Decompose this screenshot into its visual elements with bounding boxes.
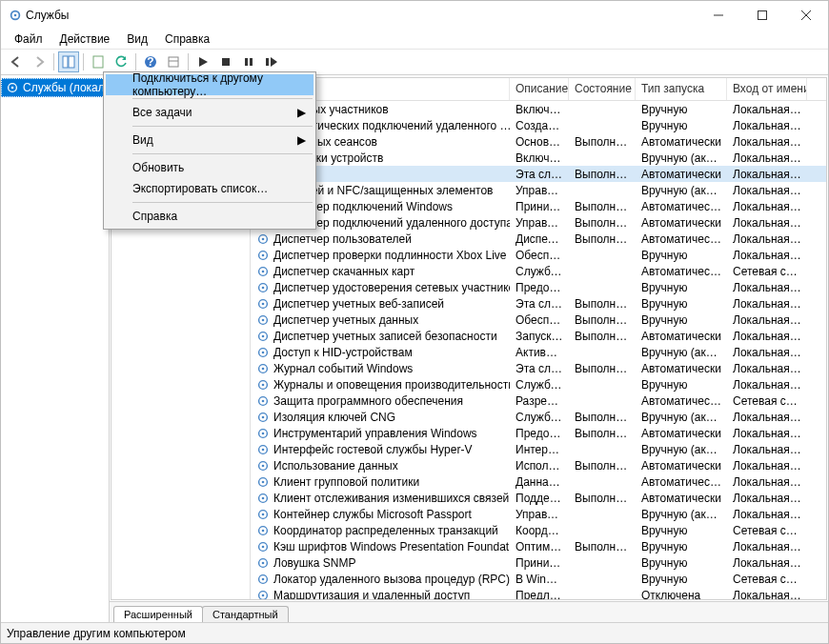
- minimize-button[interactable]: [697, 1, 740, 30]
- cm-help[interactable]: Справка: [106, 206, 313, 227]
- cell-logon: Локальная сис…: [727, 411, 807, 424]
- cell-description: Принимае…: [510, 200, 569, 213]
- service-row[interactable]: настройки устройствВключени…Вручную (акт…: [251, 150, 826, 166]
- service-row[interactable]: Интерфейс гостевой службы Hyper-VИнтерфе…: [251, 441, 826, 457]
- service-name-text: Журналы и оповещения производительности: [273, 378, 510, 392]
- service-row[interactable]: Маршрутизация и удаленный доступПредлага…: [251, 587, 826, 599]
- properties-button[interactable]: [88, 51, 109, 72]
- svg-point-56: [262, 399, 265, 402]
- cm-view[interactable]: Вид ▶: [106, 130, 313, 151]
- service-row[interactable]: Диспетчер учетных записей безопасностиЗа…: [251, 328, 826, 344]
- service-row[interactable]: Использование данныхИспользо…Выполняется…: [251, 457, 826, 473]
- cell-startup: Автоматически (от…: [636, 265, 727, 278]
- help-button[interactable]: ?: [140, 51, 161, 72]
- service-name-text: Диспетчер учетных данных: [273, 313, 418, 327]
- cm-separator: [132, 98, 313, 99]
- service-row[interactable]: Диспетчер проверки подлинности Xbox Live…: [251, 247, 826, 263]
- cell-state: Выполняется: [569, 459, 636, 473]
- svg-rect-11: [169, 57, 178, 67]
- service-row[interactable]: Контейнер службы Microsoft PassportУправ…: [251, 506, 826, 522]
- export-button[interactable]: [163, 51, 184, 72]
- cell-startup: Автоматически: [636, 492, 727, 505]
- service-row[interactable]: локальных сеансовОсновная …ВыполняетсяАв…: [251, 133, 826, 150]
- service-row[interactable]: Диспетчер учетных данныхОбеспечи…Выполня…: [251, 312, 826, 328]
- menubar: Файл Действие Вид Справка: [1, 30, 828, 49]
- service-row[interactable]: Журнал событий WindowsЭта служб…Выполняе…: [251, 360, 826, 376]
- stop-service-button[interactable]: [215, 51, 236, 72]
- cell-state: Выполняется: [569, 540, 636, 553]
- cell-name: Интерфейс гостевой службы Hyper-V: [251, 443, 510, 456]
- back-button[interactable]: [6, 51, 27, 72]
- service-row[interactable]: печатиЭта служб…ВыполняетсяАвтоматически…: [251, 166, 826, 182]
- menu-action[interactable]: Действие: [52, 30, 118, 48]
- service-row[interactable]: Диспетчер подключений удаленного доступа…: [251, 214, 826, 231]
- service-row[interactable]: Клиент групповой политикиДанная сл…Автом…: [251, 473, 826, 490]
- tab-extended[interactable]: Расширенный: [113, 606, 203, 622]
- service-row[interactable]: Диспетчер учетных веб-записейЭта служб…В…: [251, 295, 826, 312]
- svg-point-44: [262, 302, 265, 305]
- chevron-right-icon: ▶: [297, 106, 306, 119]
- close-button[interactable]: [784, 1, 828, 30]
- tree-root-services[interactable]: Службы (локаль: [1, 78, 109, 97]
- cm-all-tasks[interactable]: Все задачи ▶: [106, 102, 313, 123]
- service-row[interactable]: Клиент отслеживания изменившихся связейП…: [251, 490, 826, 506]
- menu-view[interactable]: Вид: [119, 30, 155, 48]
- cell-logon: Локальная сис…: [727, 297, 807, 311]
- start-service-button[interactable]: [192, 51, 213, 72]
- col-description[interactable]: Описание: [510, 78, 569, 100]
- service-name-text: Контейнер службы Microsoft Passport: [273, 508, 472, 521]
- cell-description: Управляет…: [510, 508, 569, 521]
- service-row[interactable]: Диспетчер удостоверения сетевых участник…: [251, 279, 826, 295]
- svg-point-78: [262, 577, 265, 580]
- col-startup[interactable]: Тип запуска: [636, 78, 727, 100]
- restart-service-button[interactable]: [261, 51, 282, 72]
- forward-button[interactable]: [29, 51, 50, 72]
- service-row[interactable]: Кэш шрифтов Windows Presentation Foundat…: [251, 538, 826, 554]
- refresh-button[interactable]: [111, 51, 131, 72]
- cm-refresh[interactable]: Обновить: [106, 157, 313, 178]
- col-state[interactable]: Состояние: [569, 78, 636, 100]
- service-row[interactable]: Защита программного обеспеченияРазрешает…: [251, 392, 826, 409]
- service-row[interactable]: Диспетчер пользователейДиспетчер…Выполня…: [251, 231, 826, 247]
- service-row[interactable]: я сетевых участниковВключает …ВручнуюЛок…: [251, 101, 826, 117]
- svg-point-50: [262, 351, 265, 353]
- service-row[interactable]: Автоматических подключений удаленного …С…: [251, 117, 826, 133]
- service-row[interactable]: Изоляция ключей CNGСлужба из…Выполняется…: [251, 409, 826, 425]
- service-row[interactable]: Инструментарий управления WindowsПредост…: [251, 425, 826, 441]
- cm-connect-other-computer[interactable]: Подключиться к другому компьютеру…: [106, 74, 313, 95]
- cm-export-list[interactable]: Экспортировать список…: [106, 178, 313, 199]
- cell-startup: Вручную (активир…: [636, 411, 727, 424]
- cell-startup: Автоматически (за…: [636, 475, 727, 489]
- list-body[interactable]: я сетевых участниковВключает …ВручнуюЛок…: [251, 101, 826, 599]
- menu-file[interactable]: Файл: [7, 30, 51, 48]
- service-row[interactable]: Диспетчер скачанных картСлужба W…Автомат…: [251, 263, 826, 279]
- show-tree-button[interactable]: [58, 51, 79, 72]
- service-gear-icon: [256, 475, 270, 489]
- col-logon[interactable]: Вход от имени: [727, 78, 807, 100]
- service-row[interactable]: Координатор распределенных транзакцийКоо…: [251, 522, 826, 538]
- pause-service-button[interactable]: [238, 51, 259, 72]
- cell-description: Основная …: [510, 135, 569, 149]
- service-row[interactable]: Доступ к HID-устройствамАктивируе…Вручну…: [251, 344, 826, 360]
- maximize-button[interactable]: [740, 1, 784, 30]
- menu-help[interactable]: Справка: [157, 30, 217, 48]
- cell-name: Доступ к HID-устройствам: [251, 346, 510, 359]
- cell-startup: Автоматически: [636, 168, 727, 181]
- service-row[interactable]: Ловушка SNMPПринимае…ВручнуюЛокальная сл…: [251, 554, 826, 571]
- service-name-text: Интерфейс гостевой службы Hyper-V: [273, 443, 472, 456]
- service-row[interactable]: Локатор удаленного вызова процедур (RPC)…: [251, 571, 826, 587]
- cell-logon: Сетевая служба: [727, 394, 807, 408]
- cell-name: Диспетчер учетных записей безопасности: [251, 330, 510, 343]
- cell-name: Диспетчер скачанных карт: [251, 265, 510, 278]
- service-row[interactable]: Диспетчер подключений WindowsПринимае…Вы…: [251, 198, 826, 214]
- cell-startup: Автоматически: [636, 459, 727, 473]
- cell-description: Активируе…: [510, 346, 569, 359]
- service-row[interactable]: Журналы и оповещения производительностиС…: [251, 376, 826, 392]
- cell-name: Координатор распределенных транзакций: [251, 524, 510, 537]
- cell-startup: Вручную (активир…: [636, 184, 727, 197]
- service-gear-icon: [256, 427, 270, 440]
- tab-standard[interactable]: Стандартный: [202, 606, 289, 622]
- cell-startup: Вручную (активир…: [636, 151, 727, 165]
- service-row[interactable]: платежей и NFC/защищенных элементовУправ…: [251, 182, 826, 198]
- service-name-text: Кэш шрифтов Windows Presentation Foundat…: [273, 540, 510, 553]
